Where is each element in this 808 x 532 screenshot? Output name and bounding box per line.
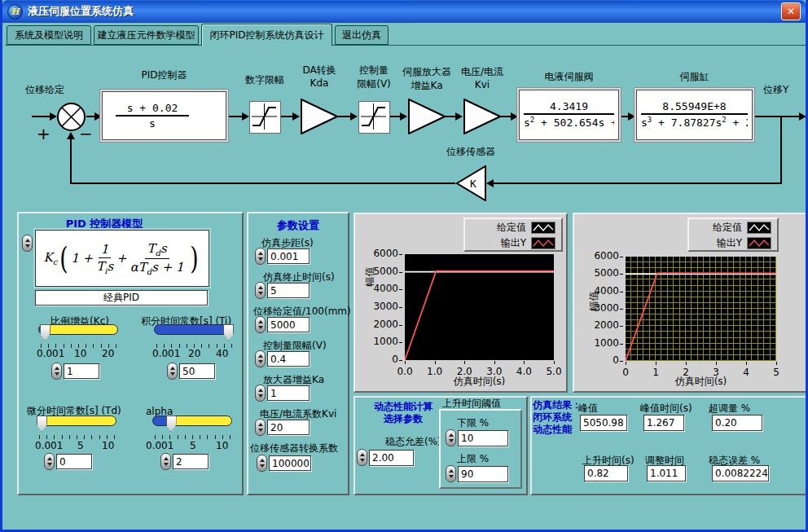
x-tick-label: 4 <box>730 367 762 378</box>
y-tick-label: 5000 <box>366 266 398 277</box>
sensor-gain-triangle-icon[interactable]: K <box>455 165 486 201</box>
param-spinner-setpoint[interactable] <box>255 316 266 333</box>
wire <box>389 116 400 117</box>
y-tick-dash <box>399 272 402 273</box>
td-spinner[interactable] <box>44 453 55 470</box>
kc-value-input[interactable]: 1 <box>64 363 99 379</box>
x-tick-dash <box>656 362 656 365</box>
alpha-scale-min: 0.001 <box>146 440 173 451</box>
ti-value-input[interactable]: 50 <box>179 363 215 379</box>
y-tick-label: 3000 <box>366 301 398 312</box>
x-tick-dash <box>716 362 717 365</box>
wire <box>501 116 511 117</box>
y-tick-label: 6000 <box>366 248 398 259</box>
cylinder-transfer-block[interactable]: 8.55949E+8 s3 + 7.87827s2 + 2.3993 <box>636 90 753 140</box>
kc-slider[interactable] <box>38 324 118 349</box>
tab-system-description[interactable]: 系统及模型说明 <box>7 25 91 45</box>
alpha-value-input[interactable]: 2 <box>173 454 209 469</box>
kc-scale-min: 0.001 <box>37 348 64 359</box>
da-gain-triangle-icon[interactable] <box>301 99 338 134</box>
servo-amp-triangle-icon[interactable] <box>408 99 446 134</box>
chart-legend: 给定值 输出Y <box>463 218 563 252</box>
results-heading-3: 动态性能 <box>533 423 572 437</box>
diagram-output-label: 位移Y <box>763 83 788 97</box>
y-tick-label: 4000 <box>586 285 619 297</box>
y-tick-dash <box>399 342 402 343</box>
kc-scale-mid: 10 <box>74 348 86 359</box>
param-input-endtime[interactable]: 5 <box>267 283 310 298</box>
param-input-setpoint[interactable]: 5000 <box>267 317 310 332</box>
tab-pid-simulation[interactable]: 闭环PID控制系统仿真设计 <box>201 24 332 46</box>
ti-spinner[interactable] <box>167 363 178 380</box>
param-spinner-endtime[interactable] <box>255 282 266 299</box>
sensor-label: 位移传感器 <box>434 145 507 159</box>
alpha-spinner[interactable] <box>160 453 171 470</box>
tab-build-model[interactable]: 建立液压元件数学模型 <box>94 25 199 45</box>
alpha-slider[interactable] <box>152 415 232 440</box>
application-window: H 液压伺服位置系统仿真 ✕ 系统及模型说明 建立液压元件数学模型 闭环PID控… <box>0 0 808 532</box>
settling-time-value: 1.011 <box>647 465 686 481</box>
arrowhead <box>350 112 358 121</box>
ti-slider-thumb[interactable] <box>223 324 234 341</box>
param-spinner-sensor-coef[interactable] <box>257 455 267 472</box>
response-chart-grid[interactable]: 给定值 输出Y 幅值 仿真时间(s) 010002000300040005000… <box>573 213 808 393</box>
tolerance-label: 稳态允差(%) <box>385 435 441 449</box>
wire <box>619 116 628 117</box>
close-button[interactable]: ✕ <box>781 2 801 20</box>
td-value-input[interactable]: 0 <box>56 454 92 469</box>
x-tick-dash <box>554 361 555 364</box>
td-scale-min: 0.001 <box>35 440 63 451</box>
legend-setpoint-label: 给定值 <box>713 221 742 235</box>
x-tick-label: 4.0 <box>507 366 540 377</box>
pid-type-display[interactable]: 经典PID <box>35 290 208 306</box>
valve-transfer-block[interactable]: 4.3419 s2 + 502.654s + 25 <box>519 90 619 140</box>
pid-transfer-block[interactable]: s + 0.02 s <box>102 91 226 140</box>
param-input-step[interactable]: 0.001 <box>267 248 310 264</box>
lower-limit-input[interactable]: 10 <box>458 430 508 446</box>
vi-gain-triangle-icon[interactable] <box>463 99 501 134</box>
tab-exit[interactable]: 退出仿真 <box>335 25 389 45</box>
ctrl-limit-saturation-icon[interactable] <box>358 101 390 134</box>
upper-limit-input[interactable]: 90 <box>458 466 508 482</box>
ti-scale-min: 0.001 <box>152 348 180 359</box>
digital-limit-saturation-icon[interactable] <box>249 101 281 134</box>
params-panel-title: 参数设置 <box>247 218 349 233</box>
param-spinner-ctrl-limit[interactable] <box>255 350 266 367</box>
upper-limit-spinner[interactable] <box>446 465 456 482</box>
td-slider-thumb[interactable] <box>37 415 47 432</box>
cylinder-denominator: s3 + 7.87827s2 + 2.3993 <box>641 115 748 129</box>
title-bar[interactable]: H 液压伺服位置系统仿真 ✕ <box>2 0 806 23</box>
lower-limit-spinner[interactable] <box>446 429 456 446</box>
td-slider[interactable] <box>37 415 116 440</box>
x-tick-dash <box>776 362 777 365</box>
param-input-sensor-coef[interactable]: 100000 <box>269 455 311 471</box>
ti-slider[interactable] <box>154 324 234 349</box>
arrowhead <box>94 112 102 121</box>
param-input-ctrl-limit[interactable]: 0.4 <box>267 351 310 367</box>
tolerance-spinner[interactable] <box>357 449 367 466</box>
plot-area[interactable] <box>405 254 554 360</box>
kc-slider-thumb[interactable] <box>40 324 50 341</box>
vi-gain-label: 电压/电流Kvi <box>454 65 511 90</box>
alpha-slider-thumb[interactable] <box>166 415 177 432</box>
tolerance-input[interactable]: 2.00 <box>369 450 414 466</box>
x-tick-label: 3.0 <box>478 366 511 377</box>
ctrl-limit-label: 控制量限幅(V) <box>348 64 400 91</box>
param-spinner-kvi[interactable] <box>255 419 266 436</box>
param-input-kvi[interactable]: 20 <box>267 420 310 435</box>
cylinder-block-title: 伺服缸 <box>636 70 753 84</box>
response-chart[interactable]: 给定值 输出Y 幅值 仿真时间(s) 010002000300040005000… <box>354 213 568 393</box>
kc-spinner[interactable] <box>51 363 62 380</box>
wire <box>753 116 799 117</box>
y-tick-label: 0 <box>586 354 619 366</box>
ti-scale-max: 40 <box>216 348 228 359</box>
param-spinner-amp-gain[interactable] <box>255 385 266 402</box>
param-input-amp-gain[interactable]: 1 <box>267 385 310 401</box>
feedback-wire <box>70 139 72 184</box>
y-tick-dash <box>620 344 623 345</box>
plot-area[interactable] <box>626 257 776 361</box>
y-tick-dash <box>399 325 402 326</box>
param-spinner-step[interactable] <box>255 248 266 265</box>
pid-type-spinner[interactable] <box>22 235 33 252</box>
param-label-sensor-coef: 位移传感器转换系数 <box>250 442 338 455</box>
